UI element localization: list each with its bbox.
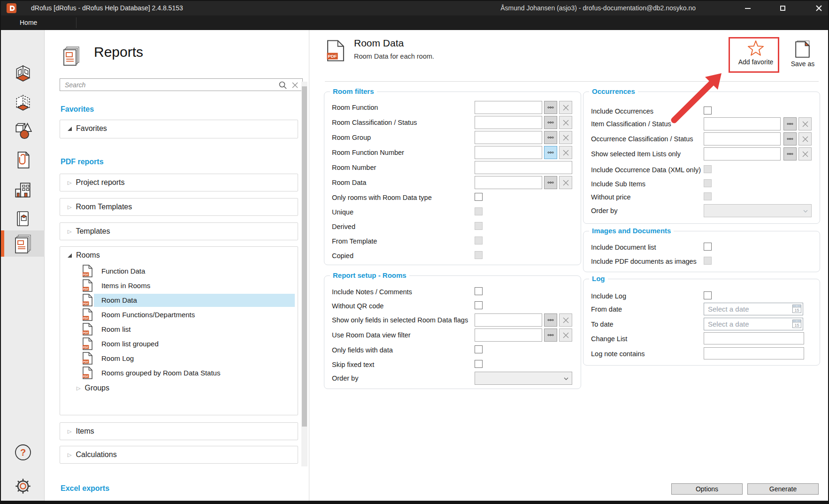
svg-text:PDF: PDF <box>83 288 89 290</box>
maximize-button[interactable] <box>774 1 791 15</box>
include-occurrences-checkbox[interactable] <box>704 107 712 115</box>
room-group-clear-button[interactable] <box>559 131 572 144</box>
group-room-templates[interactable]: ▷ Room Templates <box>60 198 298 216</box>
only-rooms-with-room-data-type-checkbox[interactable] <box>475 193 483 201</box>
minimize-icon <box>745 8 751 9</box>
items-icon <box>13 121 33 141</box>
only-fields-with-data-checkbox[interactable] <box>475 345 483 353</box>
field-label: Order by <box>332 372 358 385</box>
report-item-items-in-rooms[interactable]: PDF Items in Rooms <box>60 278 298 293</box>
log-note-contains-input[interactable] <box>704 347 804 359</box>
to-date-picker[interactable]: 15 <box>704 318 803 330</box>
pdf-report-icon: PDF <box>326 39 345 62</box>
item-classification-lookup-button[interactable] <box>783 117 797 130</box>
occurrence-classification-input[interactable] <box>704 132 781 145</box>
room-data-flags-input[interactable] <box>475 313 542 327</box>
group-project-reports[interactable]: ▷ Project reports <box>60 174 298 191</box>
scrollbar-thumb[interactable] <box>302 86 307 427</box>
room-classification-input[interactable] <box>475 116 542 129</box>
room-group-input[interactable] <box>475 131 542 144</box>
room-classification-lookup-button[interactable] <box>544 116 557 129</box>
include-notes-checkbox[interactable] <box>475 287 483 295</box>
generate-button[interactable]: Generate <box>747 483 819 495</box>
without-qr-code-checkbox[interactable] <box>475 301 483 309</box>
sidebar-item-buildings[interactable] <box>1 177 45 203</box>
search-icon[interactable] <box>279 81 287 89</box>
tab-home[interactable]: Home <box>20 15 37 30</box>
selected-item-lists-lookup-button[interactable] <box>783 147 797 160</box>
sidebar-item-items[interactable] <box>1 118 45 144</box>
from-date-picker[interactable]: 15 <box>704 303 803 315</box>
occurrence-classification-clear-button[interactable] <box>798 132 812 145</box>
room-number-input[interactable] <box>475 161 572 174</box>
room-data-view-filter-lookup-button[interactable] <box>544 328 557 342</box>
room-data-view-filter-input[interactable] <box>475 328 542 342</box>
group-templates[interactable]: ▷ Templates <box>60 222 298 240</box>
svg-text:PDF: PDF <box>328 53 337 59</box>
calendar-icon[interactable]: 15 <box>792 320 801 328</box>
report-item-room-list-grouped[interactable]: PDF Room list grouped <box>60 336 298 351</box>
room-function-clear-button[interactable] <box>559 101 572 114</box>
sidebar-item-catalog[interactable] <box>1 206 45 232</box>
sidebar-item-reports[interactable] <box>1 230 45 257</box>
ellipsis-icon <box>787 122 793 125</box>
include-log-checkbox[interactable] <box>704 291 712 299</box>
room-data-clear-button[interactable] <box>559 176 572 189</box>
report-item-room-log[interactable]: PDF Room Log <box>60 351 298 366</box>
sidebar-item-help[interactable]: ? <box>1 439 45 466</box>
room-function-lookup-button[interactable] <box>544 101 557 114</box>
report-item-room-data-selected[interactable]: PDF Room Data <box>60 293 298 307</box>
item-classification-input[interactable] <box>704 117 781 130</box>
group-calculations[interactable]: ▷ Calculations <box>60 446 298 464</box>
clear-search-icon[interactable] <box>292 82 298 88</box>
report-item-room-functions[interactable]: PDF Room Functions/Departments <box>60 307 298 322</box>
window-bottom-edge <box>1 501 828 503</box>
room-data-input[interactable] <box>475 176 542 189</box>
building-icon <box>13 180 33 200</box>
calendar-icon[interactable]: 15 <box>792 305 801 313</box>
room-data-flags-clear-button[interactable] <box>559 313 572 327</box>
group-items[interactable]: ▷ Items <box>60 422 298 440</box>
sidebar-item-settings[interactable] <box>1 473 45 499</box>
sidebar-item-room-templates[interactable] <box>1 90 45 116</box>
room-data-lookup-button[interactable] <box>544 176 557 189</box>
report-item-rooms-grouped-status[interactable]: PDF Rooms grouped by Room Data Status <box>60 366 298 380</box>
chevron-down-icon <box>564 377 568 380</box>
sidebar-item-rooms[interactable] <box>1 60 45 86</box>
room-function-number-clear-button[interactable] <box>559 146 572 159</box>
skip-fixed-text-checkbox[interactable] <box>475 360 483 368</box>
report-item-function-data[interactable]: PDF Function Data <box>60 264 298 278</box>
reports-scrollbar[interactable] <box>301 82 307 466</box>
sidebar-item-documents[interactable] <box>1 147 45 173</box>
group-favorites[interactable]: Favorites <box>60 120 298 138</box>
options-button[interactable]: Options <box>671 483 743 495</box>
group-rooms-header[interactable]: Rooms <box>60 247 298 264</box>
room-classification-clear-button[interactable] <box>559 116 572 129</box>
ellipsis-icon <box>547 106 554 109</box>
gear-icon <box>13 476 33 496</box>
report-item-room-list[interactable]: PDF Room list <box>60 322 298 336</box>
room-group-lookup-button[interactable] <box>544 131 557 144</box>
to-date-input[interactable] <box>704 318 796 330</box>
occurrence-classification-lookup-button[interactable] <box>783 132 797 145</box>
rooms-order-by-dropdown[interactable] <box>475 372 572 385</box>
selected-item-lists-input[interactable] <box>704 147 781 160</box>
include-sub-items-checkbox <box>704 179 712 187</box>
room-function-number-lookup-button[interactable] <box>544 146 557 159</box>
room-function-input[interactable] <box>475 101 542 114</box>
from-date-input[interactable] <box>704 303 796 315</box>
close-button[interactable] <box>809 1 828 15</box>
change-list-input[interactable] <box>704 332 804 344</box>
search-input[interactable] <box>60 79 285 91</box>
rooms-icon <box>13 63 33 83</box>
group-rooms-groups[interactable]: ▷ Groups <box>60 380 298 396</box>
include-document-list-checkbox[interactable] <box>704 243 712 251</box>
fieldset-occurrences: Occurrences Include Occurrences Item Cla… <box>583 92 820 224</box>
room-function-number-input[interactable] <box>475 146 542 159</box>
save-as-button[interactable]: Save as <box>786 40 819 68</box>
room-data-flags-lookup-button[interactable] <box>544 313 557 327</box>
room-data-view-filter-clear-button[interactable] <box>559 328 572 342</box>
minimize-button[interactable] <box>739 1 757 15</box>
selected-item-lists-clear-button[interactable] <box>798 147 812 160</box>
item-classification-clear-button[interactable] <box>798 117 812 130</box>
